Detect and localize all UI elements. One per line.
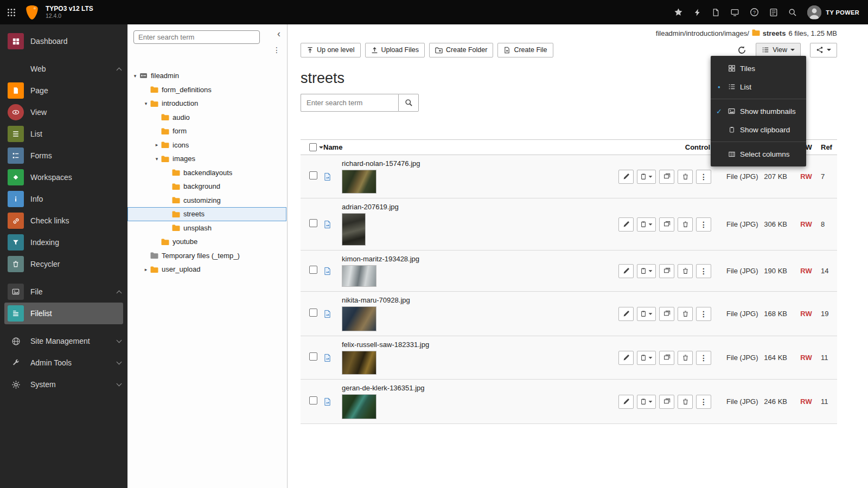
refresh-icon[interactable]	[737, 46, 746, 55]
view-dropdown-button[interactable]: View	[756, 43, 801, 57]
tree-menu-kebab-icon[interactable]: ⋮	[273, 46, 280, 54]
delete-button[interactable]	[678, 264, 693, 278]
more-actions-button[interactable]: ⋮	[696, 170, 711, 184]
file-thumbnail[interactable]	[342, 170, 376, 194]
file-search-button[interactable]	[398, 94, 419, 112]
delete-button[interactable]	[678, 170, 693, 184]
user-menu[interactable]: TY POWER	[807, 5, 859, 20]
sidebar-item-recycler[interactable]: Recycler	[0, 253, 127, 275]
create-file-button[interactable]: Create File	[497, 43, 553, 57]
clipboard-dropdown-button[interactable]	[637, 170, 656, 184]
sidebar-item-filelist[interactable]: Filelist	[4, 303, 123, 324]
file-name[interactable]: adrian-207619.jpg	[342, 203, 618, 211]
row-checkbox[interactable]	[309, 352, 317, 361]
select-all-checkbox[interactable]	[309, 143, 317, 151]
create-folder-button[interactable]: Create Folder	[429, 43, 493, 57]
sidebar-item-info[interactable]: Info	[0, 188, 127, 210]
file-thumbnail[interactable]	[342, 351, 376, 375]
preview-button[interactable]	[659, 351, 674, 365]
tree-item-youtube[interactable]: youtube	[127, 235, 286, 249]
tree-item-fileadmin[interactable]: ▾ fileadmin	[127, 69, 286, 83]
tree-item-form[interactable]: form	[127, 124, 286, 138]
tree-item-temporary-files[interactable]: Temporary files (_temp_)	[127, 249, 286, 263]
file-references[interactable]: 11	[818, 354, 837, 362]
preview-button[interactable]	[659, 170, 674, 184]
tree-item-icons[interactable]: ▸ icons	[127, 138, 286, 152]
file-thumbnail[interactable]	[342, 265, 376, 287]
tree-item-user-upload[interactable]: ▸ user_upload	[127, 262, 286, 277]
clipboard-dropdown-button[interactable]	[637, 351, 656, 365]
delete-button[interactable]	[678, 307, 693, 321]
file-references[interactable]: 8	[818, 220, 837, 228]
file-thumbnail[interactable]	[342, 213, 366, 246]
sidebar-group-web[interactable]: Web	[0, 58, 127, 80]
edit-button[interactable]	[618, 351, 634, 365]
sidebar-item-check-links[interactable]: Check links	[0, 210, 127, 232]
preview-button[interactable]	[659, 395, 674, 409]
preview-button[interactable]	[659, 307, 674, 321]
more-actions-button[interactable]: ⋮	[696, 395, 711, 409]
expand-open-icon[interactable]: ▾	[143, 101, 149, 106]
tree-item-customizing[interactable]: customizing	[127, 194, 286, 208]
file-references[interactable]: 14	[818, 267, 837, 275]
file-references[interactable]: 7	[818, 172, 837, 181]
view-menu-item-show-clipboard[interactable]: Show clipboard	[711, 120, 806, 139]
view-menu-item-list[interactable]: ● List	[711, 78, 806, 96]
file-name[interactable]: geran-de-klerk-136351.jpg	[342, 384, 618, 392]
tree-item-introduction[interactable]: ▾ introduction	[127, 97, 286, 111]
file-references[interactable]: 11	[818, 397, 837, 406]
upload-files-button[interactable]: Upload Files	[365, 43, 425, 57]
sidebar-group-file[interactable]: File	[0, 281, 127, 303]
more-actions-button[interactable]: ⋮	[696, 351, 711, 365]
tree-item-form-definitions[interactable]: form_definitions	[127, 83, 286, 97]
sidebar-item-list[interactable]: List	[0, 123, 127, 145]
tree-item-images[interactable]: ▾ images	[127, 152, 286, 166]
bookmark-star-icon[interactable]	[674, 8, 683, 17]
preview-button[interactable]	[659, 264, 674, 278]
tree-search-input[interactable]	[133, 30, 260, 44]
file-name[interactable]: richard-nolan-157476.jpg	[342, 159, 618, 168]
document-icon[interactable]	[712, 8, 720, 17]
sidebar-group-site-management[interactable]: Site Management	[0, 330, 127, 352]
preview-button[interactable]	[659, 217, 674, 232]
delete-button[interactable]	[678, 395, 693, 409]
sidebar-item-indexing[interactable]: Indexing	[0, 232, 127, 253]
search-icon[interactable]	[788, 8, 797, 17]
edit-button[interactable]	[618, 307, 634, 321]
collapse-panel-icon[interactable]: ‹	[277, 29, 280, 38]
more-actions-button[interactable]: ⋮	[696, 307, 711, 321]
tree-item-streets[interactable]: streets	[127, 207, 286, 221]
tree-item-audio[interactable]: audio	[127, 111, 286, 125]
up-one-level-button[interactable]: Up one level	[301, 43, 361, 57]
edit-button[interactable]	[618, 170, 634, 184]
sidebar-item-view[interactable]: View	[0, 101, 127, 123]
view-menu-item-tiles[interactable]: Tiles	[711, 59, 806, 78]
expand-open-icon[interactable]: ▾	[132, 73, 138, 79]
edit-button[interactable]	[618, 264, 634, 278]
column-header-ref[interactable]: Ref	[818, 143, 837, 151]
more-actions-button[interactable]: ⋮	[696, 264, 711, 278]
sidebar-item-dashboard[interactable]: Dashboard	[0, 30, 127, 52]
file-references[interactable]: 19	[818, 310, 837, 318]
sidebar-group-system[interactable]: System	[0, 374, 127, 395]
file-thumbnail[interactable]	[342, 306, 376, 331]
expand-open-icon[interactable]: ▾	[154, 156, 160, 162]
more-actions-button[interactable]: ⋮	[696, 217, 711, 232]
clipboard-dropdown-button[interactable]	[637, 395, 656, 409]
sidebar-item-forms[interactable]: Forms	[0, 145, 127, 166]
file-search-input[interactable]	[301, 94, 398, 112]
row-checkbox[interactable]	[309, 396, 317, 404]
file-name[interactable]: nikita-maru-70928.jpg	[342, 296, 618, 304]
row-checkbox[interactable]	[309, 309, 317, 317]
tree-item-background[interactable]: background	[127, 179, 286, 194]
flush-cache-bolt-icon[interactable]	[693, 8, 701, 17]
manual-icon[interactable]	[769, 8, 778, 17]
delete-button[interactable]	[678, 217, 693, 232]
expand-closed-icon[interactable]: ▸	[143, 267, 149, 272]
share-dropdown-button[interactable]	[810, 43, 837, 57]
view-menu-item-show-thumbnails[interactable]: ✓ Show thumbnails	[711, 102, 806, 120]
clipboard-dropdown-button[interactable]	[637, 217, 656, 232]
clipboard-dropdown-button[interactable]	[637, 264, 656, 278]
row-checkbox[interactable]	[309, 266, 317, 274]
sidebar-group-admin-tools[interactable]: Admin Tools	[0, 352, 127, 374]
